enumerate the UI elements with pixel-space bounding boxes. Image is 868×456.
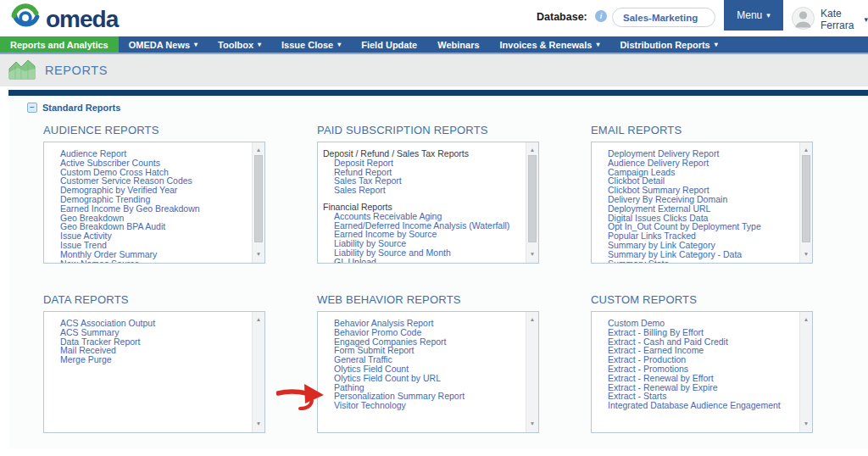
report-listbox: Deposit / Refund / Sales Tax ReportsDepo… (317, 142, 539, 264)
nav-item-webinars[interactable]: Webinars (427, 36, 489, 53)
standard-reports-toggle[interactable]: − Standard Reports (27, 103, 868, 113)
nav-item-label: Webinars (437, 40, 479, 50)
scroll-up-icon[interactable]: ▲ (526, 146, 538, 155)
panel-title: AUDIENCE REPORTS (43, 124, 265, 136)
nav-item-label: Field Update (361, 40, 417, 50)
nav-item-label: Toolbox (218, 40, 253, 50)
logo-text: omeda (46, 6, 118, 33)
page-title: REPORTS (45, 64, 108, 77)
nav-item-reports-and-analytics[interactable]: Reports and Analytics (0, 36, 119, 53)
scroll-up-icon[interactable]: ▲ (253, 146, 264, 155)
nav-item-field-update[interactable]: Field Update (351, 36, 427, 53)
report-link-integrated-database-audience-engagement[interactable]: Integrated Database Audience Engagement (597, 401, 797, 410)
scroll-up-icon[interactable]: ▲ (526, 315, 538, 325)
scroll-up-icon[interactable]: ▲ (800, 315, 812, 325)
omeda-logo[interactable]: omeda (10, 3, 118, 36)
report-link-sales-report[interactable]: Sales Report (323, 186, 523, 195)
caret-down-icon: ▾ (596, 42, 599, 48)
report-link-new-names-source[interactable]: New Names Source (49, 259, 249, 264)
omeda-logo-icon (10, 3, 41, 36)
report-link-visitor-technology[interactable]: Visitor Technology (323, 401, 523, 410)
page-root: omeda Database: i Menu ▾ Kate Ferrara ▾ … (0, 0, 868, 448)
report-panel-data-reports: DATA REPORTSACS Association OutputACS Su… (43, 293, 265, 433)
caret-down-icon: ▾ (194, 42, 198, 48)
report-link-gl-upload[interactable]: GL Upload (323, 258, 523, 264)
user-name: Kate Ferrara (821, 8, 858, 31)
scrollbar[interactable]: ▲▼ (252, 142, 264, 263)
caret-down-icon: ▾ (864, 16, 868, 24)
report-panel-email-reports: EMAIL REPORTSDeployment Delivery ReportA… (591, 124, 813, 264)
report-link-active-subscriber-counts[interactable]: Active Subscriber Counts (49, 158, 249, 168)
report-listbox: Deployment Delivery ReportAudience Deliv… (591, 142, 813, 264)
nav-item-toolbox[interactable]: Toolbox▾ (208, 36, 271, 53)
panel-title: WEB BEHAVIOR REPORTS (317, 293, 539, 306)
report-link-summary-stats[interactable]: Summary Stats (597, 259, 797, 264)
report-link-behavior-promo-code[interactable]: Behavior Promo Code (323, 328, 523, 337)
panel-title: CUSTOM REPORTS (591, 293, 813, 306)
scroll-up-icon[interactable]: ▲ (253, 315, 264, 325)
scrollbar[interactable]: ▲▼ (799, 312, 812, 432)
nav-item-distribution-reports[interactable]: Distribution Reports▾ (609, 36, 727, 53)
report-link-earned-income-by-geo-breakdown[interactable]: Earned Income By Geo Breakdown (49, 204, 249, 214)
scroll-up-icon[interactable]: ▲ (800, 146, 812, 155)
nav-item-label: OMEDA News (129, 40, 190, 50)
nav-item-omeda-news[interactable]: OMEDA News▾ (119, 36, 208, 53)
report-link-extract-renewal-by-effort[interactable]: Extract - Renewal by Effort (597, 374, 797, 383)
nav-item-label: Distribution Reports (620, 40, 709, 50)
scroll-down-icon[interactable]: ▼ (253, 250, 264, 259)
scroll-down-icon[interactable]: ▼ (253, 420, 264, 429)
page-banner: REPORTS (0, 54, 868, 86)
scroll-down-icon[interactable]: ▼ (800, 250, 812, 259)
report-link-accounts-receivable-aging[interactable]: Accounts Receivable Aging (323, 212, 523, 221)
report-group: Deposit / Refund / Sales Tax ReportsDepo… (323, 149, 523, 195)
report-panel-paid-subscription-reports: PAID SUBSCRIPTION REPORTSDeposit / Refun… (317, 124, 539, 264)
nav-item-invoices-renewals[interactable]: Invoices & Renewals▾ (490, 36, 610, 53)
nav-item-issue-close[interactable]: Issue Close▾ (271, 36, 351, 53)
caret-down-icon: ▾ (337, 42, 341, 48)
report-listbox: Audience ReportActive Subscriber CountsC… (43, 142, 265, 264)
report-group: Audience ReportActive Subscriber CountsC… (49, 149, 249, 264)
nav-item-label: Reports and Analytics (10, 40, 108, 50)
annotation-arrow-icon (276, 381, 326, 413)
scroll-down-icon[interactable]: ▼ (800, 420, 812, 429)
info-icon[interactable]: i (595, 10, 607, 22)
main-nav: Reports and AnalyticsOMEDA News▾Toolbox▾… (0, 36, 868, 54)
report-listbox: Behavior Analysis ReportBehavior Promo C… (317, 311, 539, 433)
scrollbar[interactable]: ▲▼ (252, 312, 264, 432)
report-panel-audience-reports: AUDIENCE REPORTSAudience ReportActive Su… (43, 124, 265, 264)
scroll-thumb[interactable] (254, 155, 263, 242)
database-label: Database: (537, 11, 587, 23)
report-link-olytics-field-count-by-url[interactable]: Olytics Field Count by URL (323, 374, 523, 383)
user-menu[interactable]: Kate Ferrara ▾ (792, 7, 868, 32)
scroll-down-icon[interactable]: ▼ (526, 420, 538, 429)
report-panel-web-behavior-reports: WEB BEHAVIOR REPORTSBehavior Analysis Re… (317, 293, 539, 433)
collapse-minus-icon[interactable]: − (27, 103, 37, 113)
report-link-merge-purge[interactable]: Merge Purge (49, 355, 249, 364)
scrollbar[interactable]: ▲▼ (799, 142, 812, 263)
report-group: Deployment Delivery ReportAudience Deliv… (597, 149, 797, 264)
report-listbox: ACS Association OutputACS SummaryData Tr… (43, 311, 265, 433)
report-link-audience-delivery-report[interactable]: Audience Delivery Report (597, 158, 797, 168)
report-link-monthly-order-summary[interactable]: Monthly Order Summary (49, 250, 249, 259)
report-listbox: Custom DemoExtract - Billing By EffortEx… (591, 311, 813, 433)
report-link-summary-by-link-category-data[interactable]: Summary by Link Category - Data (597, 250, 797, 259)
report-panel-custom-reports: CUSTOM REPORTSCustom DemoExtract - Billi… (591, 293, 813, 433)
scroll-down-icon[interactable]: ▼ (526, 250, 538, 259)
scrollbar[interactable]: ▲▼ (526, 312, 538, 432)
scrollbar[interactable]: ▲▼ (526, 142, 538, 263)
avatar (792, 7, 815, 32)
nav-item-label: Issue Close (281, 40, 333, 50)
report-group: Financial ReportsAccounts Receivable Agi… (323, 203, 523, 264)
report-link-deposit-report[interactable]: Deposit Report (323, 158, 523, 168)
reports-chart-icon (8, 58, 36, 83)
report-link-extract-billing-by-effort[interactable]: Extract - Billing By Effort (597, 328, 797, 337)
scroll-thumb[interactable] (528, 155, 537, 242)
menu-label: Menu (737, 9, 762, 21)
menu-button[interactable]: Menu ▾ (724, 0, 783, 31)
scroll-thumb[interactable] (802, 155, 810, 242)
report-group: Custom DemoExtract - Billing By EffortEx… (597, 319, 797, 410)
report-link-deployment-external-url[interactable]: Deployment External URL (597, 204, 797, 214)
panel-title: EMAIL REPORTS (591, 124, 813, 136)
report-link-acs-summary[interactable]: ACS Summary (49, 328, 249, 337)
database-input[interactable] (612, 8, 715, 27)
